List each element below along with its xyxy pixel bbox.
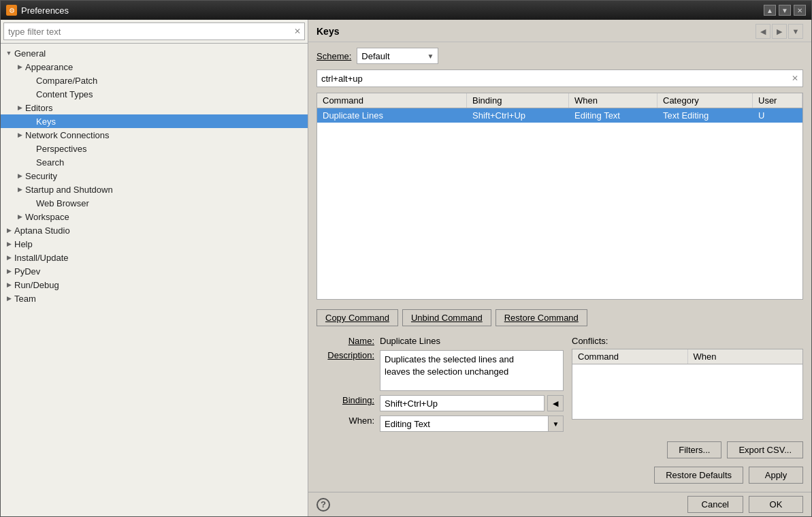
window-title: Preferences — [21, 5, 69, 16]
sidebar-item-general[interactable]: ▼ General — [1, 46, 308, 60]
detail-desc-row: Description: Duplicates the selected lin… — [316, 350, 564, 391]
column-header-category: Category — [657, 93, 753, 108]
command-buttons: Copy Command Unbind Command Restore Comm… — [316, 305, 803, 330]
expand-arrow-team: ▶ — [3, 293, 14, 304]
sidebar-label-team: Team — [14, 294, 36, 304]
expand-arrow-workspace: ▶ — [14, 211, 25, 222]
detail-name-row: Name: Duplicate Lines — [316, 336, 564, 346]
sidebar-item-perspectives[interactable]: ▶ Perspectives — [1, 142, 308, 155]
copy-command-button[interactable]: Copy Command — [316, 309, 398, 326]
when-dropdown[interactable]: Editing Text ▼ — [380, 416, 564, 432]
sidebar-item-security[interactable]: ▶ Security — [1, 169, 308, 183]
sidebar-label-help: Help — [14, 239, 33, 249]
sidebar-item-workspace[interactable]: ▶ Workspace — [1, 210, 308, 223]
expand-arrow-appearance: ▶ — [14, 61, 25, 72]
sidebar-label-web-browser: Web Browser — [36, 198, 89, 208]
column-header-user: User — [753, 93, 802, 108]
restore-command-button[interactable]: Restore Command — [496, 309, 587, 326]
sidebar-item-aptana[interactable]: ▶ Aptana Studio — [1, 223, 308, 237]
sidebar-item-team[interactable]: ▶ Team — [1, 292, 308, 305]
cancel-button[interactable]: Cancel — [687, 496, 743, 513]
bindings-table: Command Binding When Category User Dupli… — [316, 93, 803, 300]
conflicts-table: Command When — [572, 349, 803, 420]
cell-category: Text Editing — [657, 108, 753, 123]
binding-value-input[interactable] — [380, 395, 545, 411]
sidebar-item-editors[interactable]: ▶ Editors — [1, 101, 308, 114]
sidebar-item-web-browser[interactable]: ▶ Web Browser — [1, 196, 308, 210]
app-icon: ⚙ — [6, 5, 17, 16]
binding-clear-icon[interactable]: ✕ — [787, 71, 802, 86]
name-value: Duplicate Lines — [380, 336, 564, 346]
keys-body: Scheme: Default ▼ ✕ Command Binding — [308, 42, 811, 492]
filters-button[interactable]: Filters... — [667, 441, 721, 458]
sidebar-item-startup[interactable]: ▶ Startup and Shutdown — [1, 183, 308, 196]
unbind-command-button[interactable]: Unbind Command — [402, 309, 491, 326]
sidebar-label-editors: Editors — [25, 103, 52, 113]
back-button[interactable]: ◀ — [756, 24, 770, 39]
sidebar-label-appearance: Appearance — [25, 62, 73, 72]
bottom-buttons-row2: Restore Defaults Apply — [316, 467, 803, 484]
sidebar-item-pydev[interactable]: ▶ PyDev — [1, 264, 308, 278]
ok-button[interactable]: OK — [749, 496, 803, 513]
when-value: Editing Text — [380, 418, 548, 430]
table-body: Duplicate Lines Shift+Ctrl+Up Editing Te… — [317, 108, 802, 299]
scheme-dropdown[interactable]: Default ▼ — [357, 48, 438, 64]
cell-when: Editing Text — [569, 108, 657, 123]
sidebar-item-install[interactable]: ▶ Install/Update — [1, 251, 308, 264]
binding-search-input[interactable] — [317, 72, 787, 85]
apply-button[interactable]: Apply — [749, 467, 803, 484]
sidebar-label-startup: Startup and Shutdown — [25, 185, 113, 195]
expand-arrow-general: ▼ — [3, 48, 14, 59]
sidebar-label-run-debug: Run/Debug — [14, 280, 59, 290]
sidebar-item-keys[interactable]: ▶ Keys — [1, 114, 308, 128]
expand-arrow-aptana: ▶ — [3, 225, 14, 236]
forward-button[interactable]: ▶ — [772, 24, 787, 39]
sidebar-label-content-types: Content Types — [36, 89, 93, 99]
footer-buttons: Cancel OK — [687, 496, 803, 513]
sidebar-label-aptana: Aptana Studio — [14, 225, 70, 236]
detail-when-row: When: Editing Text ▼ — [316, 416, 564, 432]
column-header-command: Command — [317, 93, 467, 108]
export-csv-button[interactable]: Export CSV... — [727, 441, 803, 458]
minimize-button[interactable]: ▲ — [764, 5, 776, 16]
restore-defaults-button[interactable]: Restore Defaults — [654, 467, 743, 484]
expand-arrow-network: ▶ — [14, 129, 25, 140]
conflicts-header: Command When — [572, 349, 802, 364]
menu-button[interactable]: ▼ — [788, 24, 803, 39]
expand-arrow-install: ▶ — [3, 252, 14, 263]
search-input[interactable] — [4, 25, 291, 38]
scheme-value: Default — [361, 51, 427, 61]
sidebar-label-keys: Keys — [36, 116, 56, 127]
cell-command: Duplicate Lines — [317, 108, 467, 123]
conflicts-section: Conflicts: Command When — [572, 336, 803, 436]
binding-pick-button[interactable]: ◀ — [547, 395, 564, 411]
window-controls: ▲ ▼ ✕ — [764, 5, 806, 16]
sidebar-item-compare-patch[interactable]: ▶ Compare/Patch — [1, 74, 308, 87]
expand-arrow-help: ▶ — [3, 238, 14, 249]
desc-value: Duplicates the selected lines andleaves … — [380, 350, 564, 391]
sidebar-item-help[interactable]: ▶ Help — [1, 237, 308, 251]
sidebar-item-run-debug[interactable]: ▶ Run/Debug — [1, 278, 308, 292]
expand-arrow-security: ▶ — [14, 170, 25, 181]
sidebar-item-network[interactable]: ▶ Network Connections — [1, 128, 308, 142]
sidebar-tree: ▼ General ▶ Appearance ▶ Compare/Patch ▶… — [1, 44, 308, 516]
keys-header: Keys ◀ ▶ ▼ — [308, 20, 811, 42]
conflicts-label: Conflicts: — [572, 336, 803, 346]
close-button[interactable]: ✕ — [794, 5, 806, 16]
nav-buttons: ◀ ▶ ▼ — [756, 24, 803, 39]
sidebar-item-content-types[interactable]: ▶ Content Types — [1, 87, 308, 101]
maximize-button[interactable]: ▼ — [779, 5, 791, 16]
search-bar: ✕ — [1, 20, 308, 44]
sidebar-label-search: Search — [36, 157, 64, 168]
sidebar: ✕ ▼ General ▶ Appearance ▶ Compare/Patch — [1, 20, 308, 516]
when-arrow-icon: ▼ — [548, 416, 563, 431]
search-clear-icon[interactable]: ✕ — [291, 25, 304, 38]
title-bar: ⚙ Preferences ▲ ▼ ✕ — [1, 1, 811, 20]
sidebar-item-appearance[interactable]: ▶ Appearance — [1, 60, 308, 74]
sidebar-label-network: Network Connections — [25, 130, 110, 140]
sidebar-label-security: Security — [25, 171, 57, 181]
help-button[interactable]: ? — [316, 498, 330, 512]
table-header: Command Binding When Category User — [317, 93, 802, 108]
table-row[interactable]: Duplicate Lines Shift+Ctrl+Up Editing Te… — [317, 108, 802, 123]
sidebar-item-search[interactable]: ▶ Search — [1, 155, 308, 169]
